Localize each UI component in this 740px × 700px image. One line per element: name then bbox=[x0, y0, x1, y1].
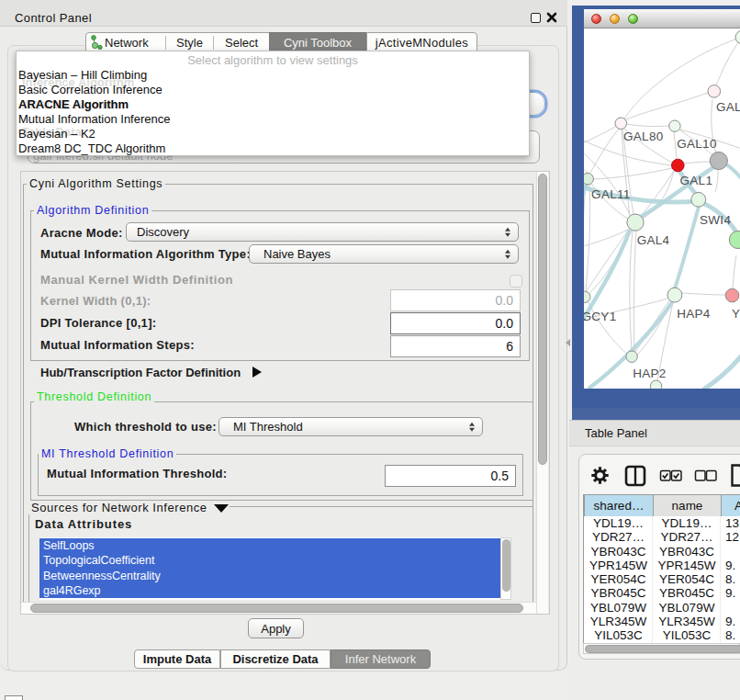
svg-text:GAL1: GAL1 bbox=[680, 174, 713, 187]
svg-text:GCY1: GCY1 bbox=[584, 310, 616, 323]
svg-text:Y: Y bbox=[732, 307, 740, 321]
svg-text:HAP4: HAP4 bbox=[677, 307, 711, 321]
svg-text:HAP2: HAP2 bbox=[633, 367, 666, 380]
svg-text:GAL11: GAL11 bbox=[591, 187, 631, 201]
svg-text:GAL2: GAL2 bbox=[716, 100, 740, 114]
svg-text:GAL80: GAL80 bbox=[623, 130, 664, 143]
svg-text:SWI4: SWI4 bbox=[700, 213, 731, 227]
svg-text:GAL4: GAL4 bbox=[637, 233, 670, 247]
svg-text:GAL10: GAL10 bbox=[677, 137, 717, 151]
